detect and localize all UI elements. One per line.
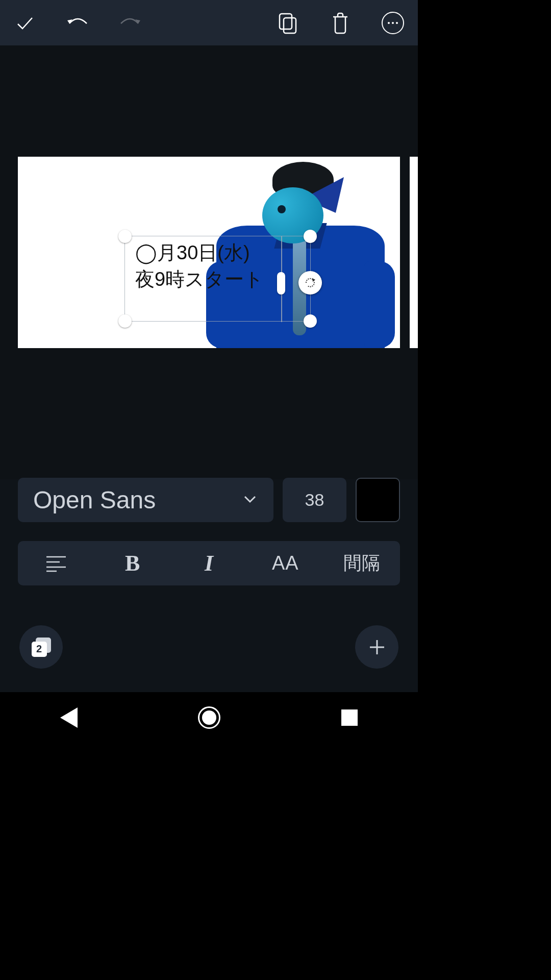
nav-back-button[interactable] <box>60 707 78 728</box>
pages-button[interactable]: 2 <box>19 625 63 669</box>
duplicate-button[interactable] <box>276 11 300 35</box>
pages-icon: 2 <box>32 638 51 657</box>
nav-home-button[interactable] <box>198 706 220 729</box>
bold-label: B <box>125 550 140 576</box>
plus-icon <box>368 638 386 656</box>
chevron-down-icon <box>242 491 258 509</box>
font-select[interactable]: Open Sans <box>18 478 273 522</box>
font-name-label: Open Sans <box>33 486 156 514</box>
redo-button[interactable] <box>118 11 142 35</box>
resize-handle-bottom-right[interactable] <box>304 314 317 328</box>
text-style-row: B I AA 間隔 <box>18 541 400 585</box>
text-content[interactable]: ◯月30日(水) 夜9時スタート <box>135 239 264 292</box>
svg-rect-0 <box>280 14 292 29</box>
italic-label: I <box>205 550 213 576</box>
rotate-handle[interactable] <box>298 271 322 295</box>
font-size-field[interactable]: 38 <box>283 478 346 522</box>
bold-button[interactable]: B <box>94 541 171 585</box>
svg-rect-1 <box>284 18 296 33</box>
text-color-swatch[interactable] <box>356 478 400 522</box>
case-label: AA <box>272 552 299 574</box>
more-button[interactable] <box>381 11 405 35</box>
resize-handle-top-right[interactable] <box>304 230 317 243</box>
font-size-value: 38 <box>305 490 324 510</box>
resize-handle-bottom-left[interactable] <box>118 314 132 328</box>
width-handle[interactable] <box>277 272 285 295</box>
italic-button[interactable]: I <box>171 541 247 585</box>
canvas-area[interactable]: ◯月30日(水) 夜9時スタート <box>0 45 418 479</box>
android-navbar <box>0 692 418 743</box>
case-button[interactable]: AA <box>247 541 323 585</box>
text-selection-box[interactable]: ◯月30日(水) 夜9時スタート <box>124 236 311 322</box>
undo-button[interactable] <box>65 11 90 35</box>
add-button[interactable] <box>355 625 398 669</box>
delete-button[interactable] <box>328 11 353 35</box>
spacing-label: 間隔 <box>343 551 380 576</box>
design-canvas[interactable]: ◯月30日(水) 夜9時スタート <box>18 157 400 348</box>
resize-handle-top-left[interactable] <box>118 230 132 243</box>
more-icon <box>382 12 404 34</box>
next-canvas-peek[interactable] <box>410 157 418 348</box>
align-button[interactable] <box>18 541 94 585</box>
nav-recent-button[interactable] <box>341 709 358 726</box>
confirm-button[interactable] <box>13 11 37 35</box>
page-count: 2 <box>36 643 42 655</box>
spacing-button[interactable]: 間隔 <box>323 541 400 585</box>
top-toolbar <box>0 0 418 45</box>
